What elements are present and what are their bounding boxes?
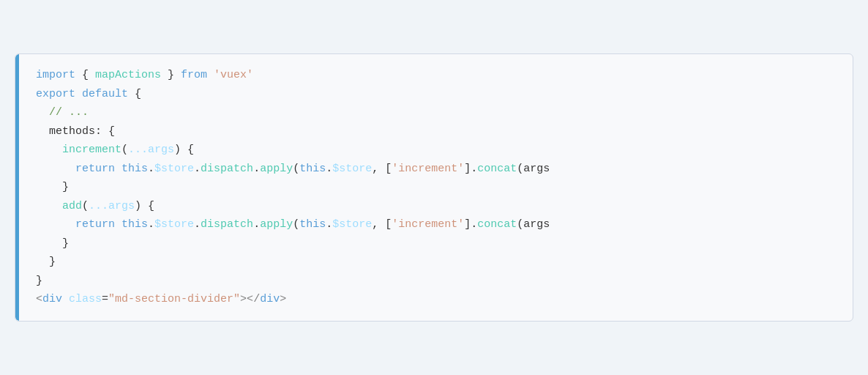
code-token: this	[299, 163, 326, 175]
code-token: /	[253, 293, 260, 305]
code-token	[62, 293, 69, 305]
code-token: , [	[372, 163, 392, 175]
code-token: }	[36, 237, 69, 250]
code-token: from	[181, 69, 207, 81]
code-content: import { mapActions } from 'vuex'export …	[15, 54, 853, 321]
code-token: : {	[95, 125, 115, 138]
code-token: }	[161, 69, 181, 81]
code-line: import { mapActions } from 'vuex'	[36, 66, 838, 85]
code-token: (	[293, 163, 299, 175]
code-token	[115, 218, 121, 231]
code-token: (	[82, 200, 89, 212]
code-token: .	[148, 218, 154, 231]
code-token: "md-section-divider"	[108, 293, 240, 305]
code-token	[36, 106, 49, 119]
code-line: return this.$store.dispatch.apply(this.$…	[36, 160, 838, 179]
code-token: ...args	[89, 200, 135, 212]
code-token: // ...	[49, 106, 89, 119]
code-token: 'increment'	[392, 218, 464, 231]
code-token: ) {	[135, 200, 154, 212]
code-token: .	[253, 163, 260, 175]
code-token: .	[194, 218, 201, 231]
code-line: methods: {	[36, 122, 838, 141]
code-line: return this.$store.dispatch.apply(this.$…	[36, 215, 838, 234]
code-token: default	[82, 88, 128, 100]
code-token: ].	[464, 218, 477, 231]
code-token: .	[148, 163, 154, 175]
code-token: =	[102, 293, 108, 305]
code-token: class	[69, 293, 102, 305]
code-token	[115, 163, 121, 175]
code-token: this	[299, 218, 326, 231]
code-token: increment	[62, 144, 121, 156]
code-token: this	[121, 218, 148, 231]
code-token: (args	[517, 218, 550, 231]
code-token	[207, 69, 214, 81]
code-line: export default {	[36, 85, 838, 104]
code-token: concat	[477, 163, 517, 175]
code-token: $store	[154, 163, 194, 175]
code-token: ) {	[174, 144, 194, 156]
code-token: .	[326, 218, 332, 231]
code-token: concat	[477, 218, 517, 231]
code-token	[75, 88, 82, 100]
code-token: }	[36, 256, 56, 268]
code-token: methods	[36, 125, 95, 138]
code-block-container: import { mapActions } from 'vuex'export …	[15, 53, 853, 322]
code-token: (args	[517, 163, 550, 175]
code-token: return	[75, 163, 115, 175]
code-token: (	[293, 218, 299, 231]
code-token	[36, 218, 75, 231]
code-token: export	[36, 88, 75, 100]
code-token: dispatch	[201, 218, 253, 231]
code-token: }	[36, 275, 42, 287]
code-token: return	[75, 218, 115, 231]
code-token: {	[75, 69, 95, 81]
code-token: (	[121, 144, 128, 156]
code-line: increment(...args) {	[36, 141, 838, 160]
code-token: .	[194, 163, 201, 175]
code-token: $store	[332, 218, 372, 231]
code-token: this	[121, 163, 148, 175]
code-token	[36, 163, 75, 175]
code-token: {	[128, 88, 141, 100]
code-token: .	[326, 163, 332, 175]
code-token: dispatch	[201, 163, 253, 175]
code-token: div	[260, 293, 280, 305]
code-token: >	[280, 293, 286, 305]
code-token: ...args	[128, 144, 174, 156]
code-token	[36, 144, 62, 156]
code-token: div	[42, 293, 62, 305]
code-line: // ...	[36, 103, 838, 122]
code-line: }	[36, 253, 838, 272]
code-token: $store	[154, 218, 194, 231]
left-accent-bar	[15, 54, 19, 321]
code-token: ><	[240, 293, 253, 305]
code-line: }	[36, 178, 838, 197]
code-line: <div class="md-section-divider"></div>	[36, 290, 838, 309]
code-line: add(...args) {	[36, 197, 838, 216]
code-token: 'vuex'	[214, 69, 253, 81]
code-token: , [	[372, 218, 392, 231]
code-token: add	[62, 200, 82, 212]
code-token: mapActions	[95, 69, 161, 81]
code-token: apply	[260, 163, 293, 175]
code-token: 'increment'	[392, 163, 464, 175]
code-token: apply	[260, 218, 293, 231]
code-token: import	[36, 69, 75, 81]
code-token: <	[36, 293, 42, 305]
code-line: }	[36, 234, 838, 253]
code-line: }	[36, 272, 838, 291]
code-token	[36, 200, 62, 212]
code-token: }	[36, 181, 69, 193]
code-token: ].	[464, 163, 477, 175]
code-token: $store	[332, 163, 372, 175]
code-token: .	[253, 218, 260, 231]
